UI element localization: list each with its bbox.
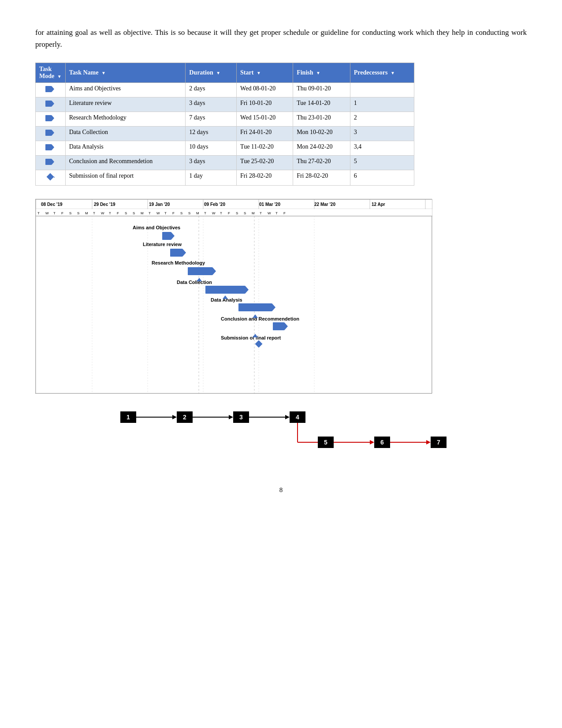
svg-text:1: 1: [127, 414, 130, 421]
col-header-task-mode[interactable]: TaskMode ▼: [36, 63, 66, 83]
svg-rect-2: [45, 101, 52, 107]
task-predecessors: 6: [350, 170, 414, 186]
svg-marker-75: [182, 249, 186, 257]
svg-marker-11: [52, 159, 54, 165]
svg-rect-8: [45, 144, 52, 150]
task-start: Tue 11-02-20: [237, 141, 293, 156]
task-finish: Tue 14-01-20: [293, 97, 350, 112]
svg-text:T: T: [164, 211, 167, 215]
page-number: 8: [279, 486, 283, 493]
task-name: Submission of final report: [65, 170, 186, 186]
svg-rect-4: [45, 115, 52, 121]
svg-text:M: M: [85, 211, 88, 215]
task-name: Research Methodology: [65, 112, 186, 127]
task-start: Fri 10-01-20: [237, 97, 293, 112]
table-row: Conclusion and Recommendetion3 daysTue 2…: [36, 156, 414, 170]
svg-rect-0: [45, 86, 52, 92]
svg-marker-109: [370, 440, 374, 444]
svg-text:W: W: [45, 211, 49, 215]
task-mode-cell: [36, 170, 66, 186]
svg-text:F: F: [61, 211, 63, 215]
task-name: Aims and Objectives: [65, 83, 186, 97]
col-header-start[interactable]: Start ▼: [237, 63, 293, 83]
task-predecessors: 5: [350, 156, 414, 170]
task-mode-cell: [36, 127, 66, 141]
svg-rect-77: [188, 267, 212, 275]
svg-rect-29: [36, 209, 432, 216]
svg-rect-93: [255, 340, 263, 348]
task-finish: Mon 10-02-20: [293, 127, 350, 141]
svg-text:5: 5: [324, 439, 328, 446]
svg-text:Literature review: Literature review: [143, 242, 182, 247]
svg-text:T: T: [204, 211, 206, 215]
task-start: Wed 15-01-20: [237, 112, 293, 127]
svg-text:S: S: [77, 211, 79, 215]
table-row: Data Analysis10 daysTue 11-02-20Mon 24-0…: [36, 141, 414, 156]
svg-text:F: F: [228, 211, 230, 215]
svg-marker-100: [229, 415, 233, 419]
svg-text:W: W: [156, 211, 160, 215]
task-mode-cell: [36, 97, 66, 112]
svg-text:4: 4: [296, 414, 299, 421]
page-number-container: 8: [35, 486, 527, 494]
task-predecessors: 3: [350, 127, 414, 141]
svg-text:Aims and Objectives: Aims and Objectives: [133, 225, 180, 230]
task-finish: Thu 09-01-20: [293, 83, 350, 97]
task-predecessors: [350, 83, 414, 97]
svg-marker-82: [245, 286, 249, 294]
svg-text:W: W: [101, 211, 104, 215]
svg-text:09 Feb '20: 09 Feb '20: [204, 202, 225, 207]
svg-text:3: 3: [239, 414, 243, 421]
task-finish: Thu 23-01-20: [293, 112, 350, 127]
svg-text:T: T: [53, 211, 56, 215]
svg-text:T: T: [37, 211, 40, 215]
svg-text:S: S: [236, 211, 238, 215]
svg-marker-5: [52, 115, 54, 121]
svg-text:T: T: [109, 211, 111, 215]
svg-rect-89: [273, 322, 284, 330]
svg-rect-94: [36, 199, 432, 393]
col-header-predecessors[interactable]: Predecessors ▼: [350, 63, 414, 83]
intro-paragraph: for attaining goal as well as objective.…: [35, 26, 527, 50]
svg-text:F: F: [117, 211, 119, 215]
task-duration: 1 day: [186, 170, 237, 186]
task-duration: 12 days: [186, 127, 237, 141]
task-name: Data Analysis: [65, 141, 186, 156]
svg-text:S: S: [69, 211, 71, 215]
svg-text:22 Mar '20: 22 Mar '20: [314, 202, 335, 207]
svg-rect-85: [238, 303, 272, 311]
svg-text:6: 6: [380, 439, 384, 446]
table-row: Submission of final report1 dayFri 28-02…: [36, 170, 414, 186]
table-row: Research Methodology7 daysWed 15-01-20Th…: [36, 112, 414, 127]
col-header-finish[interactable]: Finish ▼: [293, 63, 350, 83]
task-duration: 3 days: [186, 97, 237, 112]
col-header-task-name[interactable]: Task Name ▼: [65, 63, 186, 83]
svg-text:T: T: [220, 211, 222, 215]
task-finish: Thu 27-02-20: [293, 156, 350, 170]
svg-text:S: S: [188, 211, 190, 215]
svg-text:Submission of final report: Submission of final report: [221, 335, 281, 340]
svg-marker-112: [426, 440, 431, 444]
task-start: Wed 08-01-20: [237, 83, 293, 97]
svg-marker-7: [52, 130, 54, 136]
svg-text:08 Dec '19: 08 Dec '19: [41, 202, 63, 207]
svg-rect-74: [170, 249, 182, 257]
col-header-duration[interactable]: Duration ▼: [186, 63, 237, 83]
network-diagram: 1 2 3 4 5 6 7: [116, 398, 447, 469]
project-table: TaskMode ▼ Task Name ▼ Duration ▼ Start …: [35, 63, 414, 186]
svg-text:T: T: [260, 211, 262, 215]
task-predecessors: 1: [350, 97, 414, 112]
svg-marker-3: [52, 101, 54, 107]
task-duration: 3 days: [186, 156, 237, 170]
svg-marker-78: [212, 267, 216, 275]
svg-text:T: T: [275, 211, 278, 215]
task-name: Data Collection: [65, 127, 186, 141]
svg-text:T: T: [149, 211, 151, 215]
task-mode-cell: [36, 156, 66, 170]
svg-text:29 Dec '19: 29 Dec '19: [94, 202, 115, 207]
svg-text:S: S: [180, 211, 182, 215]
svg-marker-86: [272, 303, 275, 311]
svg-text:W: W: [212, 211, 216, 215]
gantt-chart: 08 Dec '19 29 Dec '19 19 Jan '20 09 Feb …: [35, 199, 432, 394]
svg-marker-97: [172, 415, 177, 419]
